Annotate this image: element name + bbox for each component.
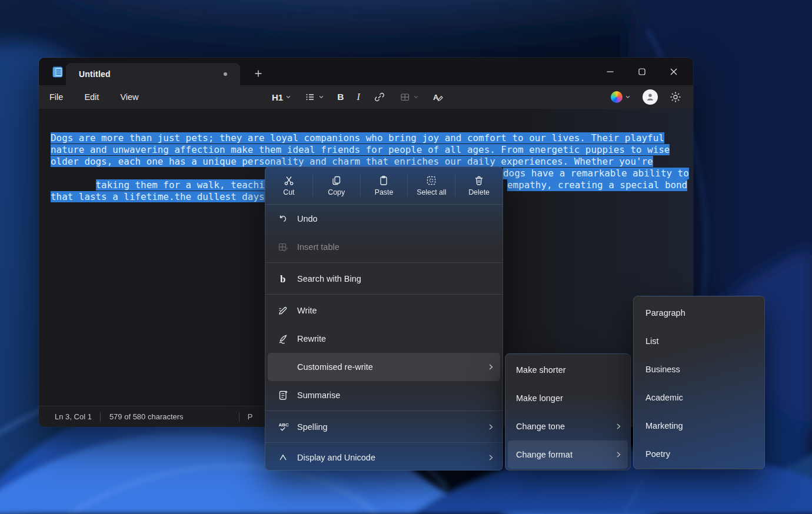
display-unicode-label: Display and Unicode [297,453,487,462]
undo-label: Undo [297,214,494,223]
make-shorter-label: Make shorter [516,365,622,375]
search-bing-label: Search with Bing [297,274,494,283]
select-all-label: Select all [417,188,446,196]
menu-divider [265,294,502,295]
paragraph-label: Paragraph [645,308,756,318]
chevron-right-icon [615,423,622,430]
clipboard-icon [378,175,390,186]
menu-item-poetry[interactable]: Poetry [636,440,762,468]
format-group: H1 B I [268,85,448,109]
menu-item-write[interactable]: Write [268,296,500,325]
change-format-label: Change format [516,450,615,459]
menu-item-search-bing[interactable]: b Search with Bing [268,265,500,293]
delete-button[interactable]: Delete [455,167,502,204]
menu-item-spelling[interactable]: ABC Spelling [268,413,500,441]
menu-item-change-format[interactable]: Change format [508,440,628,469]
menu-divider [265,410,502,411]
cut-button[interactable]: Cut [265,167,312,204]
tab-untitled[interactable]: Untitled [66,63,240,85]
bold-label: B [337,92,344,102]
close-button[interactable] [658,58,690,85]
quill-icon [277,333,289,345]
select-all-button[interactable]: Select all [408,167,455,204]
maximize-button[interactable] [626,58,658,85]
menu-item-paragraph[interactable]: Paragraph [636,299,762,327]
menu-item-customised-rewrite[interactable]: Customised re-write [268,353,500,381]
menu-item-academic[interactable]: Academic [636,383,762,412]
selected-text: nature and unwavering affection make the… [51,144,670,155]
menu-item-rewrite[interactable]: Rewrite [268,325,500,353]
scissors-icon [283,175,295,186]
copilot-dropdown[interactable] [607,89,634,105]
poetry-label: Poetry [645,449,756,459]
menu-item-make-longer[interactable]: Make longer [508,384,628,412]
trash-icon [473,175,485,186]
menu-item-insert-table[interactable]: Insert table [268,233,500,261]
delete-label: Delete [468,188,490,196]
link-button[interactable] [370,89,390,105]
menu-item-marketing[interactable]: Marketing [636,412,762,440]
bullet-list-icon [304,91,316,103]
minimize-button[interactable] [594,58,626,85]
link-icon [373,91,386,103]
copilot-icon [611,91,623,103]
menu-bar: File Edit View [39,92,139,102]
menu-item-display-unicode[interactable]: Display and Unicode [268,445,500,470]
menu-item-make-shorter[interactable]: Make shorter [508,356,628,384]
window-controls [594,58,690,85]
text-line: Dogs are more than just pets; they are l… [51,132,670,144]
menu-divider [265,262,502,263]
text-line: nature and unwavering affection make the… [51,144,670,156]
chevron-down-icon [318,94,324,100]
copy-button[interactable]: Copy [313,167,360,204]
paste-button[interactable]: Paste [361,167,408,204]
rewrite-label: Rewrite [297,334,494,343]
chevron-down-icon [413,94,419,100]
table-icon [399,91,411,103]
summarise-label: Summarise [297,390,494,400]
table-dropdown[interactable] [395,89,422,105]
business-label: Business [645,365,756,374]
caret-icon [277,452,289,463]
status-divider [100,412,101,422]
menu-item-change-tone[interactable]: Change tone [508,412,628,440]
text-style-button[interactable]: A [428,89,448,105]
cut-label: Cut [283,188,294,196]
maximize-icon [638,68,645,75]
menu-view[interactable]: View [120,92,138,102]
make-longer-label: Make longer [516,393,622,403]
list-label: List [645,336,756,346]
heading-dropdown[interactable]: H1 [268,90,295,105]
list-dropdown[interactable] [301,89,328,105]
svg-text:b: b [280,273,285,285]
academic-label: Academic [645,393,756,402]
copy-icon [331,175,342,186]
menu-item-list[interactable]: List [636,327,762,355]
menu-edit[interactable]: Edit [84,92,99,102]
menu-item-undo[interactable]: Undo [268,205,500,233]
toolbar-right [607,85,685,109]
heading-label: H1 [272,92,283,102]
new-tab-button[interactable] [249,65,267,82]
spelling-label: Spelling [297,422,487,432]
select-all-icon [425,175,437,186]
italic-button[interactable]: I [353,89,363,105]
bold-button[interactable]: B [334,89,347,105]
menu-file[interactable]: File [49,92,63,102]
character-count: 579 of 580 characters [109,412,184,421]
notepad-icon [51,65,64,78]
settings-button[interactable] [666,89,685,105]
menu-item-summarise[interactable]: Summarise [268,381,500,409]
account-icon [645,92,655,102]
menu-item-business[interactable]: Business [636,355,762,383]
status-divider [239,412,239,422]
toolbar: File Edit View H1 B [39,85,693,109]
tab-title: Untitled [79,69,111,79]
account-button[interactable] [643,89,658,105]
selected-text: that lasts a lifetime. [51,191,174,202]
selected-text: empathy, creating a special bond [507,179,687,191]
close-icon [670,68,677,75]
insert-table-label: Insert table [297,242,494,252]
cursor-position: Ln 3, Col 1 [55,412,92,421]
svg-text:ABC: ABC [279,422,289,428]
